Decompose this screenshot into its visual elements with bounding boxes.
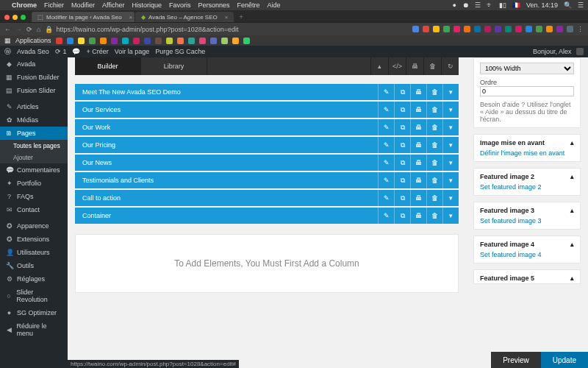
row-clone-icon[interactable]: ⧉ xyxy=(394,102,410,118)
row-trash-icon[interactable]: 🗑 xyxy=(426,155,442,171)
toggle-icon[interactable]: ▴ xyxy=(570,139,574,146)
bookmark-icon[interactable] xyxy=(199,38,206,44)
sidebar-subitem[interactable]: Toutes les pages xyxy=(0,140,68,152)
menu-window[interactable]: Fenêtre xyxy=(237,1,259,9)
maximize-window-icon[interactable] xyxy=(21,15,26,20)
row-save-icon[interactable]: 🖶 xyxy=(410,208,426,224)
toggle-icon[interactable]: ▴ xyxy=(570,275,574,282)
ext-icon[interactable] xyxy=(453,26,460,32)
row-expand-icon[interactable]: ▾ xyxy=(442,155,459,171)
row-trash-icon[interactable]: 🗑 xyxy=(426,172,442,188)
tab-builder[interactable]: Builder xyxy=(75,57,141,75)
close-window-icon[interactable] xyxy=(4,15,10,20)
builder-container-row[interactable]: Testimonials and Clients✎⧉🖶🗑▾ xyxy=(75,172,459,188)
ext-icon[interactable] xyxy=(556,26,563,32)
ext-icon[interactable] xyxy=(536,26,542,32)
ext-icon[interactable] xyxy=(443,26,450,32)
menu-help[interactable]: Aide xyxy=(268,1,281,9)
row-clone-icon[interactable]: ⧉ xyxy=(394,155,410,171)
menu-history[interactable]: Historique xyxy=(132,1,162,9)
row-edit-icon[interactable]: ✎ xyxy=(378,190,394,206)
url-field[interactable]: 🔒 https://twaino.com/wp-admin/post.php?p… xyxy=(45,26,238,33)
row-edit-icon[interactable]: ✎ xyxy=(378,102,394,118)
row-expand-icon[interactable]: ▾ xyxy=(442,119,459,135)
bookmark-icon[interactable] xyxy=(144,38,151,44)
row-trash-icon[interactable]: 🗑 xyxy=(426,84,442,100)
sidebar-item-réglages[interactable]: ⚙Réglages xyxy=(0,272,68,286)
empty-placeholder[interactable]: To Add Elements, You Must First Add a Co… xyxy=(75,234,459,293)
row-trash-icon[interactable]: 🗑 xyxy=(426,137,442,153)
row-save-icon[interactable]: 🖶 xyxy=(410,137,426,153)
toggle-icon[interactable]: ▴ xyxy=(570,173,574,180)
bookmark-icon[interactable] xyxy=(221,38,228,44)
menu-icon[interactable]: ⋮ xyxy=(577,26,584,32)
sidebar-item-portfolio[interactable]: ✦Portfolio xyxy=(0,177,68,190)
menu-view[interactable]: Afficher xyxy=(102,1,124,9)
ext-icon[interactable] xyxy=(464,26,470,32)
sidebar-item-utilisateurs[interactable]: 👤Utilisateurs xyxy=(0,246,68,259)
sidebar-item-extensions[interactable]: ✪Extensions xyxy=(0,233,68,246)
builder-container-row[interactable]: Container✎⧉🖶🗑▾ xyxy=(75,208,459,224)
ext-icon[interactable] xyxy=(505,26,512,32)
row-clone-icon[interactable]: ⧉ xyxy=(394,137,410,153)
row-trash-icon[interactable]: 🗑 xyxy=(426,102,442,118)
set-featured-link[interactable]: Set featured image 4 xyxy=(480,251,542,258)
sidebar-item-avada[interactable]: ◆Avada xyxy=(0,57,68,71)
row-save-icon[interactable]: 🖶 xyxy=(410,119,426,135)
sidebar-item-articles[interactable]: ✎Articles xyxy=(0,100,68,113)
width-select[interactable]: 100% Width xyxy=(480,63,574,74)
forward-button[interactable]: → xyxy=(15,26,22,33)
clock[interactable]: Ven. 14:19 xyxy=(526,1,558,9)
order-input[interactable] xyxy=(480,86,574,96)
sidebar-item-apparence[interactable]: ✪Apparence xyxy=(0,219,68,233)
row-trash-icon[interactable]: 🗑 xyxy=(426,190,442,206)
bookmark-icon[interactable] xyxy=(56,38,62,44)
bookmark-icon[interactable] xyxy=(243,38,250,44)
set-featured-link[interactable]: Set featured image 3 xyxy=(480,217,542,224)
bookmark-icon[interactable] xyxy=(78,38,85,44)
ext-icon[interactable] xyxy=(495,26,501,32)
sidebar-item-réduire-le-menu[interactable]: ◀Réduire le menu xyxy=(0,319,68,340)
bookmark-icon[interactable] xyxy=(122,38,129,44)
wifi-icon[interactable]: ᯤ xyxy=(487,1,493,9)
bookmark-icon[interactable] xyxy=(188,38,195,44)
bookmark-icon[interactable] xyxy=(177,38,184,44)
builder-container-row[interactable]: Our News✎⧉🖶🗑▾ xyxy=(75,155,459,171)
menu-edit[interactable]: Modifier xyxy=(71,1,95,9)
spotlight-icon[interactable]: 🔍 xyxy=(564,1,572,9)
row-clone-icon[interactable]: ⧉ xyxy=(394,84,410,100)
back-button[interactable]: ← xyxy=(4,26,11,33)
row-save-icon[interactable]: 🖶 xyxy=(410,102,426,118)
new-tab-button[interactable]: + xyxy=(234,13,247,22)
builder-container-row[interactable]: Our Pricing✎⧉🖶🗑▾ xyxy=(75,137,459,153)
toggle-icon[interactable]: ▴ xyxy=(570,241,574,248)
sidebar-item-pages[interactable]: 🗎Pages xyxy=(0,127,68,140)
sidebar-subitem[interactable]: Ajouter xyxy=(0,152,68,163)
bookmark-icon[interactable] xyxy=(155,38,162,44)
set-featured-link[interactable]: Définir l'image mise en avant xyxy=(480,149,564,157)
builder-container-row[interactable]: Meet The New Avada SEO Demo✎⧉🖶🗑▾ xyxy=(75,84,459,100)
ext-icon[interactable] xyxy=(515,26,522,32)
menu-people[interactable]: Personnes xyxy=(198,1,229,9)
new-content[interactable]: + Créer xyxy=(86,48,108,55)
sidebar-item-fusion-builder[interactable]: ▦Fusion Builder xyxy=(0,71,68,84)
site-name[interactable]: Avada Seo xyxy=(17,48,49,55)
row-clone-icon[interactable]: ⧉ xyxy=(394,119,410,135)
set-featured-link[interactable]: Set featured image 2 xyxy=(480,183,542,191)
sidebar-item-médias[interactable]: ✿Médias xyxy=(0,113,68,127)
menu-file[interactable]: Fichier xyxy=(44,1,64,9)
comments-icon[interactable]: 💬 xyxy=(72,48,80,55)
builder-container-row[interactable]: Our Services✎⧉🖶🗑▾ xyxy=(75,102,459,118)
user-greeting[interactable]: Bonjour, Alex xyxy=(533,48,584,56)
browser-tab-2[interactable]: ◆ Avada Seo – Agence SEO × xyxy=(135,12,234,22)
ext-icon[interactable] xyxy=(546,26,553,32)
ext-icon[interactable] xyxy=(423,26,429,32)
menu-bookmarks[interactable]: Favoris xyxy=(169,1,191,9)
row-edit-icon[interactable]: ✎ xyxy=(378,208,394,224)
row-edit-icon[interactable]: ✎ xyxy=(378,119,394,135)
row-clone-icon[interactable]: ⧉ xyxy=(394,172,410,188)
row-clone-icon[interactable]: ⧉ xyxy=(394,208,410,224)
minimize-window-icon[interactable] xyxy=(12,15,18,20)
sidebar-item-outils[interactable]: 🔧Outils xyxy=(0,259,68,272)
row-edit-icon[interactable]: ✎ xyxy=(378,172,394,188)
